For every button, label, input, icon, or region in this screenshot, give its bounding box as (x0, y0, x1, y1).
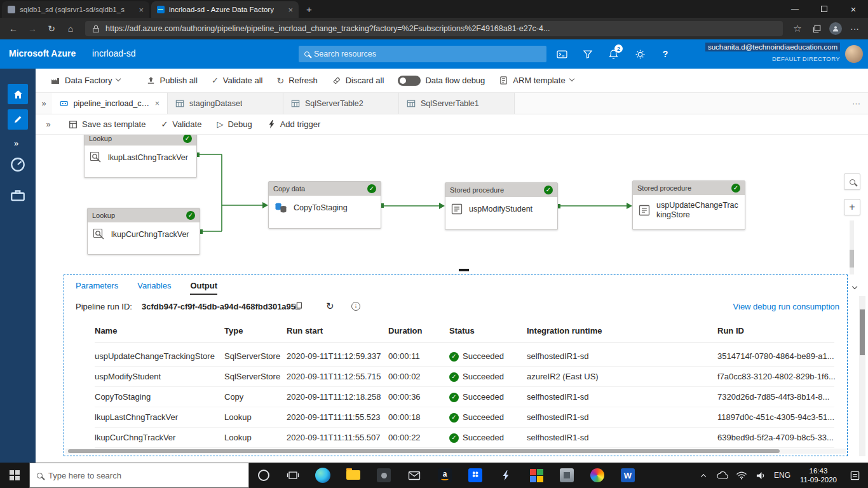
mail-app-button[interactable] (399, 463, 430, 488)
window-close-button[interactable]: × (839, 0, 868, 18)
collections-icon[interactable] (807, 20, 826, 37)
amazon-app-button[interactable]: a (430, 463, 460, 488)
sidebar-item-monitor[interactable] (10, 156, 26, 173)
tab-close-icon[interactable]: × (139, 6, 144, 14)
debug-button[interactable]: ▷ Debug (209, 119, 259, 129)
directory-filter-icon[interactable] (580, 48, 595, 60)
resources-expand-icon[interactable]: » (36, 93, 52, 114)
refresh-button[interactable]: ↻ Refresh (269, 69, 324, 92)
validate-all-button[interactable]: ✓ Validate all (205, 69, 270, 92)
copy-run-id-icon[interactable] (294, 301, 303, 313)
validate-button[interactable]: ✓ Validate (153, 119, 209, 129)
user-email[interactable]: suchanita.d@technoindiaeducation.com (705, 43, 840, 51)
browser-menu-ellipsis-icon[interactable]: ··· (845, 20, 864, 37)
info-icon[interactable]: i (351, 302, 360, 311)
data-factory-menu[interactable]: Data Factory (43, 69, 128, 92)
resource-search-box[interactable] (299, 46, 546, 62)
add-trigger-button[interactable]: Add trigger (260, 119, 329, 129)
azure-brand[interactable]: Microsoft Azure (9, 48, 76, 58)
taskbar-clock[interactable]: 16:43 11-09-2020 (796, 466, 841, 484)
tab-variables[interactable]: Variables (137, 281, 171, 295)
view-debug-run-consumption-link[interactable]: View debug run consumption (733, 302, 839, 311)
task-view-button[interactable] (278, 463, 308, 488)
taskbar-search-box[interactable] (29, 463, 249, 488)
data-flow-debug-toggle[interactable] (398, 76, 421, 86)
settings-gear-icon[interactable] (632, 48, 648, 60)
activity-node-uspModifyStudent[interactable]: Stored procedure uspModifyStudent (445, 182, 558, 230)
cell-run-start: 2020-09-11T11:11:55.507 (287, 428, 380, 448)
volume-speaker-icon[interactable] (752, 463, 769, 488)
discard-all-button[interactable]: Discard all (325, 69, 391, 92)
taskbar-search-input[interactable] (48, 471, 241, 480)
cortana-button[interactable] (249, 463, 278, 488)
window-minimize-button[interactable]: — (780, 0, 810, 18)
tray-expand-chevron-icon[interactable] (695, 463, 712, 488)
back-icon[interactable]: ← (4, 20, 23, 37)
resource-tab-strip: » pipeline_incrload_ch... × stagingDatas… (36, 93, 868, 114)
lightning-app-button[interactable] (491, 463, 521, 488)
window-maximize-button[interactable] (810, 0, 839, 18)
dropbox-app-button[interactable] (460, 463, 491, 488)
activities-expand-icon[interactable]: » (36, 119, 61, 129)
notifications-bell-icon[interactable]: 2 (606, 48, 621, 60)
word-app-button[interactable]: W (613, 463, 643, 488)
publish-all-button[interactable]: Publish all (139, 69, 205, 92)
forward-icon[interactable]: → (23, 20, 42, 37)
app-vertical-scrollbar-thumb[interactable] (860, 309, 865, 355)
cell-duration: 00:00:22 (388, 428, 421, 448)
browser-profile-avatar[interactable] (826, 20, 845, 37)
resource-search-input[interactable] (314, 50, 541, 58)
sidebar-item-manage[interactable] (10, 187, 26, 203)
refresh-icon[interactable]: ↻ (42, 20, 61, 37)
success-check-icon (731, 184, 740, 193)
sidebar-item-home[interactable] (8, 84, 28, 104)
pencil-icon (13, 114, 23, 125)
tab-overflow-ellipsis-icon[interactable]: ··· (852, 93, 868, 114)
activity-node-uspUpdateChangeTrackingStore[interactable]: Stored procedure uspUpdateChangeTracking… (632, 180, 745, 230)
arm-template-menu[interactable]: ARM template (492, 69, 581, 92)
edge-app-button[interactable] (308, 463, 338, 488)
tab-sqlservertable2[interactable]: SqlServerTable2 (283, 93, 399, 114)
tab-pipeline[interactable]: pipeline_incrload_ch... × (52, 93, 168, 114)
activity-node-CopyToStaging[interactable]: Copy data CopyToStaging (268, 181, 381, 229)
favorites-star-icon[interactable]: ☆ (788, 20, 807, 37)
tab-close-icon[interactable]: × (155, 99, 159, 108)
onedrive-cloud-icon[interactable] (714, 463, 731, 488)
language-indicator[interactable]: ENG (771, 463, 793, 488)
cell-name: uspUpdateChangeTrackingStore (95, 346, 215, 367)
refresh-output-icon[interactable]: ↻ (326, 301, 334, 312)
canvas-zoom-in-button[interactable]: + (844, 199, 860, 215)
output-panel-collapse-chevron-icon[interactable] (853, 281, 857, 290)
photos-app-button[interactable] (582, 463, 613, 488)
activity-node-lkupCurChngTrackVer[interactable]: Lookup lkupCurChngTrackVer (87, 208, 200, 255)
start-button[interactable] (0, 463, 29, 488)
sidenav-expand-icon[interactable]: » (14, 139, 18, 148)
tab-close-icon[interactable]: × (288, 6, 293, 14)
user-avatar[interactable] (845, 45, 863, 63)
tab-stagingdataset[interactable]: stagingDataset (168, 93, 283, 114)
tab-parameters[interactable]: Parameters (76, 281, 118, 295)
colorful-app-button[interactable] (521, 463, 552, 488)
browser-tab-adf[interactable]: incrload-sd - Azure Data Factory × (151, 1, 299, 18)
activity-node-lkupLastChngTrackVer[interactable]: Lookup lkupLastChngTrackVer (84, 135, 197, 178)
gray-app-button[interactable] (552, 463, 582, 488)
home-icon[interactable]: ⌂ (61, 20, 80, 37)
canvas-horizontal-scrollbar-thumb[interactable] (459, 269, 469, 271)
sidebar-item-author[interactable] (8, 109, 28, 130)
save-as-template-button[interactable]: Save as template (61, 119, 153, 129)
output-horizontal-scrollbar-thumb[interactable] (68, 449, 780, 453)
canvas-search-button[interactable] (844, 173, 860, 190)
dark-app-button[interactable] (369, 463, 399, 488)
canvas-vertical-scrollbar-thumb[interactable] (850, 250, 854, 268)
browser-tab-sqldb[interactable]: sqldb1_sd (sqlsrvr1-sd/sqldb1_s × (2, 1, 149, 18)
pipeline-canvas[interactable]: Lookup lkupLastChngTrackVer Lookup lkupC… (36, 135, 868, 274)
new-tab-button[interactable]: + (306, 4, 312, 15)
cloud-shell-icon[interactable] (554, 48, 569, 60)
file-explorer-app-button[interactable] (338, 463, 369, 488)
tab-output[interactable]: Output (190, 281, 217, 295)
tab-sqlservertable1[interactable]: SqlServerTable1 (399, 93, 515, 114)
url-field[interactable]: https://adf.azure.com/authoring/pipeline… (85, 21, 783, 36)
action-center-icon[interactable] (844, 463, 865, 488)
network-wifi-icon[interactable] (733, 463, 750, 488)
succeeded-check-icon (449, 372, 459, 382)
